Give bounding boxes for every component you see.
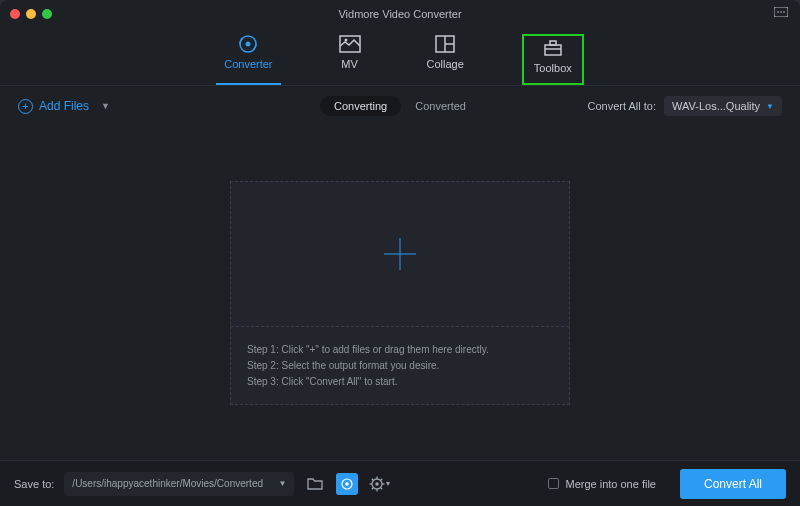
converter-icon [237, 34, 259, 54]
svg-line-27 [380, 478, 382, 480]
convert-all-button[interactable]: Convert All [680, 469, 786, 499]
merge-label: Merge into one file [565, 478, 656, 490]
svg-point-17 [346, 482, 350, 486]
chevron-down-icon: ▾ [386, 479, 390, 488]
chevron-down-icon[interactable]: ▼ [101, 101, 110, 111]
tab-label: Collage [427, 58, 464, 70]
plus-icon [376, 230, 424, 278]
window-title: Vidmore Video Converter [0, 8, 800, 20]
mv-icon [339, 34, 361, 54]
dropzone: Step 1: Click "+" to add files or drag t… [230, 181, 570, 405]
tab-label: Toolbox [534, 62, 572, 74]
svg-line-26 [372, 487, 374, 489]
titlebar: Vidmore Video Converter [0, 0, 800, 28]
subtab-converted[interactable]: Converted [401, 96, 480, 116]
main-area: Step 1: Click "+" to add files or drag t… [0, 126, 800, 460]
svg-line-24 [372, 478, 374, 480]
svg-point-19 [375, 482, 379, 486]
settings-button[interactable]: ▾ [368, 473, 390, 495]
open-folder-button[interactable] [304, 473, 326, 495]
tab-label: Converter [224, 58, 272, 70]
save-to-path[interactable]: /Users/ihappyacethinker/Movies/Converted… [64, 472, 294, 496]
save-to-label: Save to: [14, 478, 54, 490]
merge-checkbox[interactable]: Merge into one file [548, 478, 656, 490]
subtab-converting[interactable]: Converting [320, 96, 401, 116]
tab-label: MV [341, 58, 358, 70]
save-to-value: /Users/ihappyacethinker/Movies/Converted [72, 478, 263, 489]
app-window: Vidmore Video Converter Converter MV Col… [0, 0, 800, 506]
step-2: Step 2: Select the output format you des… [247, 360, 553, 371]
toolbox-icon [542, 38, 564, 58]
subtabs: Converting Converted [320, 96, 480, 116]
top-nav: Converter MV Collage Toolbox [0, 28, 800, 86]
format-select[interactable]: WAV-Los...Quality ▼ [664, 96, 782, 116]
step-1: Step 1: Click "+" to add files or drag t… [247, 344, 553, 355]
svg-point-2 [780, 11, 782, 13]
svg-point-5 [246, 42, 251, 47]
svg-point-7 [344, 39, 347, 42]
svg-rect-12 [550, 41, 556, 45]
tab-converter[interactable]: Converter [216, 34, 280, 85]
gpu-accel-button[interactable] [336, 473, 358, 495]
tab-toolbox[interactable]: Toolbox [522, 34, 584, 85]
collage-icon [434, 34, 456, 54]
chevron-down-icon: ▼ [766, 102, 774, 111]
menu-icon[interactable] [774, 7, 788, 17]
checkbox-icon [548, 478, 559, 489]
tab-mv[interactable]: MV [331, 34, 369, 85]
add-files-button[interactable]: + Add Files ▼ [18, 99, 110, 114]
convert-all-to: Convert All to: WAV-Los...Quality ▼ [588, 96, 782, 116]
dropzone-steps: Step 1: Click "+" to add files or drag t… [231, 327, 569, 404]
svg-point-1 [777, 11, 779, 13]
format-value: WAV-Los...Quality [672, 100, 760, 112]
subbar: + Add Files ▼ Converting Converted Conve… [0, 86, 800, 126]
add-files-label: Add Files [39, 99, 89, 113]
chevron-down-icon: ▼ [278, 479, 286, 488]
convert-all-to-label: Convert All to: [588, 100, 656, 112]
svg-line-25 [380, 487, 382, 489]
plus-circle-icon: + [18, 99, 33, 114]
svg-rect-11 [545, 45, 561, 55]
step-3: Step 3: Click "Convert All" to start. [247, 376, 553, 387]
svg-point-3 [783, 11, 785, 13]
tab-collage[interactable]: Collage [419, 34, 472, 85]
dropzone-add[interactable] [231, 182, 569, 327]
bottombar: Save to: /Users/ihappyacethinker/Movies/… [0, 460, 800, 506]
